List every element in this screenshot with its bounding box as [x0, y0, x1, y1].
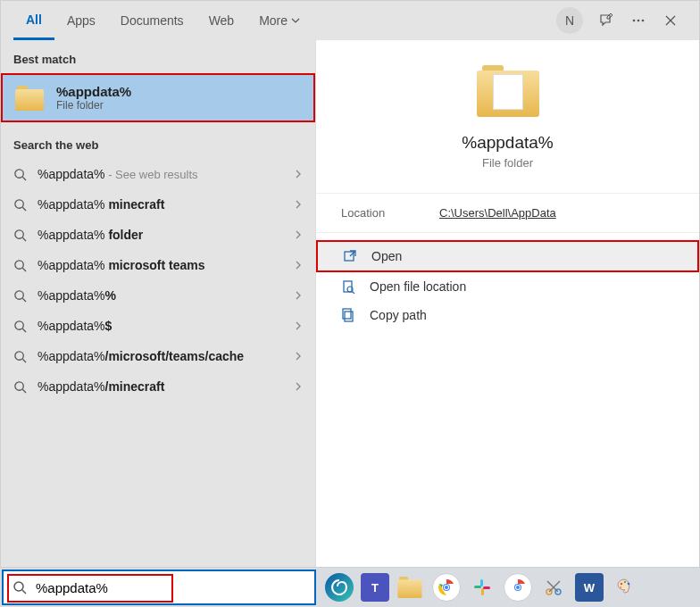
content-area: Best match %appdata% File folder Search …	[1, 40, 699, 567]
feedback-button[interactable]	[590, 4, 622, 37]
svg-point-38	[516, 586, 520, 589]
tab-more[interactable]: More	[246, 1, 312, 40]
chrome-app-icon-2[interactable]	[504, 573, 532, 602]
taskbar: T W	[0, 568, 700, 607]
open-action[interactable]: Open	[316, 240, 699, 272]
svg-point-44	[624, 581, 627, 584]
location-label: Location	[341, 206, 439, 220]
web-result-item[interactable]: %appdata%/microsoft/teams/cache	[1, 341, 315, 371]
best-match-item[interactable]: %appdata% File folder	[1, 73, 315, 122]
svg-line-26	[22, 590, 26, 594]
web-result-text: %appdata%/microsoft/teams/cache	[38, 349, 294, 363]
location-row: Location C:\Users\Dell\AppData	[316, 193, 699, 233]
chevron-right-icon	[294, 199, 303, 210]
action-label: Open	[371, 249, 402, 263]
word-app-icon[interactable]: W	[575, 573, 604, 602]
user-avatar[interactable]: N	[556, 7, 583, 34]
web-result-item[interactable]: %appdata%%	[1, 280, 315, 311]
search-input[interactable]	[36, 580, 305, 595]
web-result-text: %appdata% microsoft teams	[38, 258, 294, 272]
results-panel: Best match %appdata% File folder Search …	[1, 40, 315, 567]
taskbar-icons: T W	[318, 573, 639, 602]
chevron-right-icon	[294, 290, 303, 301]
slack-app-icon[interactable]	[468, 573, 496, 602]
svg-point-9	[15, 260, 23, 268]
svg-point-30	[445, 586, 448, 589]
search-icon	[13, 320, 27, 333]
svg-line-42	[549, 581, 560, 592]
chevron-right-icon	[294, 381, 303, 392]
best-match-title: %appdata%	[56, 84, 131, 99]
chevron-right-icon	[294, 169, 303, 179]
svg-rect-34	[483, 586, 490, 589]
search-icon	[13, 259, 27, 272]
snip-app-icon[interactable]	[539, 573, 568, 602]
best-match-header: Best match	[1, 40, 315, 73]
search-icon	[12, 580, 27, 595]
edge-app-icon[interactable]	[325, 573, 354, 602]
chevron-right-icon	[294, 229, 303, 240]
action-label: Open file location	[370, 279, 466, 294]
search-icon	[13, 168, 27, 181]
web-result-item[interactable]: %appdata%$	[1, 311, 315, 341]
web-result-item[interactable]: %appdata% folder	[1, 220, 315, 250]
file-explorer-icon[interactable]	[396, 573, 425, 602]
search-icon	[13, 198, 27, 212]
svg-point-13	[15, 320, 23, 328]
svg-line-8	[22, 237, 26, 241]
svg-rect-31	[480, 579, 483, 586]
tab-all[interactable]: All	[13, 1, 54, 40]
copy-path-action[interactable]: Copy path	[316, 301, 699, 329]
folder-icon	[477, 65, 539, 117]
search-icon	[13, 289, 27, 303]
copy-icon	[341, 308, 357, 322]
svg-rect-32	[474, 586, 481, 588]
best-match-subtitle: File folder	[56, 99, 131, 112]
tab-more-label: More	[259, 13, 288, 28]
svg-point-46	[620, 586, 622, 589]
svg-point-0	[633, 20, 636, 22]
search-web-header: Search the web	[1, 126, 315, 159]
svg-line-41	[547, 581, 558, 592]
svg-point-15	[15, 351, 23, 359]
web-result-text: %appdata% folder	[38, 228, 294, 242]
chevron-right-icon	[294, 320, 303, 331]
paint-app-icon[interactable]	[611, 573, 639, 602]
svg-line-6	[22, 207, 26, 211]
tab-documents[interactable]: Documents	[108, 1, 196, 40]
search-icon	[13, 229, 27, 242]
web-result-text: %appdata%%	[38, 288, 294, 303]
svg-point-5	[15, 199, 23, 207]
chrome-app-icon[interactable]	[432, 573, 461, 602]
close-button[interactable]	[654, 4, 687, 37]
search-icon	[13, 380, 27, 394]
preview-panel: %appdata% File folder Location C:\Users\…	[315, 40, 699, 567]
svg-line-18	[22, 389, 26, 393]
web-result-item[interactable]: %appdata% - See web results	[1, 159, 315, 189]
search-icon	[13, 350, 27, 363]
preview-subtitle: File folder	[334, 156, 681, 170]
svg-rect-19	[345, 252, 354, 261]
feedback-icon	[598, 12, 614, 29]
tabs-bar: All Apps Documents Web More N	[1, 1, 699, 40]
chevron-down-icon	[291, 16, 300, 25]
svg-line-10	[22, 268, 26, 271]
location-link[interactable]: C:\Users\Dell\AppData	[439, 206, 556, 220]
tab-web[interactable]: Web	[196, 1, 247, 40]
search-window: All Apps Documents Web More N Best match…	[0, 0, 700, 568]
location-icon	[341, 279, 357, 294]
taskbar-search[interactable]	[2, 570, 316, 605]
svg-line-14	[22, 328, 26, 332]
web-result-item[interactable]: %appdata% minecraft	[1, 189, 315, 220]
web-result-item[interactable]: %appdata%/minecraft	[1, 371, 315, 402]
folder-icon	[15, 86, 44, 111]
tab-apps[interactable]: Apps	[54, 1, 108, 40]
web-result-item[interactable]: %appdata% microsoft teams	[1, 250, 315, 280]
more-options-button[interactable]	[622, 4, 654, 37]
web-result-text: %appdata%/minecraft	[38, 379, 294, 394]
open-file-location-action[interactable]: Open file location	[316, 272, 699, 301]
web-result-text: %appdata%$	[38, 319, 294, 333]
preview-title: %appdata%	[334, 133, 681, 153]
chevron-right-icon	[294, 351, 303, 362]
teams-app-icon[interactable]: T	[361, 573, 389, 602]
